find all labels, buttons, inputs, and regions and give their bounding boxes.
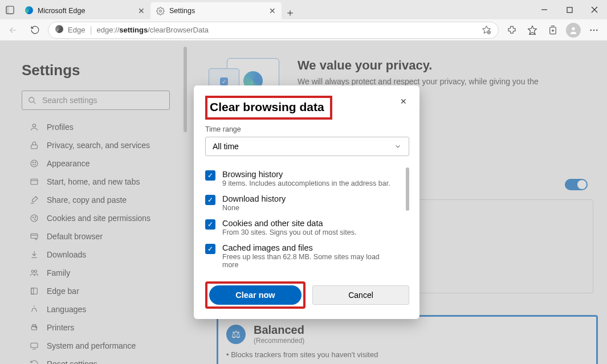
data-type-label: Cookies and other site data <box>222 219 357 228</box>
highlight-title: Clear browsing data <box>205 96 332 120</box>
data-type-row[interactable]: ✓ Download history None <box>205 191 397 215</box>
app-menu-icon[interactable] <box>0 6 19 14</box>
svg-rect-4 <box>567 7 572 13</box>
new-tab-button[interactable]: ＋ <box>282 6 299 19</box>
time-range-label: Time range <box>205 125 409 133</box>
data-type-list: ✓ Browsing history 9 items. Includes aut… <box>205 166 409 272</box>
data-type-row[interactable]: ✓ Cached images and files Frees up less … <box>205 240 397 272</box>
svg-point-17 <box>593 29 594 30</box>
close-icon[interactable]: ✕ <box>269 6 276 15</box>
edge-logo-icon <box>25 6 33 16</box>
svg-point-16 <box>590 29 592 30</box>
checkbox-checked-icon[interactable]: ✓ <box>205 244 215 254</box>
chevron-down-icon <box>394 142 402 150</box>
checkbox-checked-icon[interactable]: ✓ <box>205 219 215 230</box>
profile-avatar[interactable] <box>564 22 583 39</box>
more-menu-icon[interactable] <box>584 22 604 39</box>
tab-strip: Microsoft Edge ✕ Settings ✕ ＋ <box>19 0 299 19</box>
favorite-icon[interactable] <box>482 25 491 35</box>
data-type-sub: From 30 sites. Signs you out of most sit… <box>222 228 357 236</box>
minimize-button[interactable] <box>532 0 557 19</box>
address-prefix: Edge <box>68 26 85 34</box>
svg-point-15 <box>572 27 575 30</box>
titlebar: Microsoft Edge ✕ Settings ✕ ＋ <box>0 0 607 19</box>
checkbox-checked-icon[interactable]: ✓ <box>205 195 215 205</box>
extensions-icon[interactable] <box>502 22 522 39</box>
toolbar: Edge | edge://settings/clearBrowserData <box>0 19 607 41</box>
data-type-row[interactable]: ✓ Cookies and other site data From 30 si… <box>205 215 397 240</box>
svg-point-18 <box>596 29 597 30</box>
dialog-close-button[interactable]: ✕ <box>398 96 409 107</box>
maximize-button[interactable] <box>557 0 582 19</box>
edge-logo-icon <box>55 25 63 35</box>
data-type-label: Browsing history <box>222 170 390 179</box>
tab-edge[interactable]: Microsoft Edge ✕ <box>19 2 150 19</box>
cancel-button[interactable]: Cancel <box>312 285 409 305</box>
data-type-sub: 9 items. Includes autocompletions in the… <box>222 179 390 187</box>
highlight-primary: Clear now <box>205 281 305 309</box>
svg-rect-1 <box>6 6 9 13</box>
address-text: edge://settings/clearBrowserData <box>97 26 209 34</box>
address-bar[interactable]: Edge | edge://settings/clearBrowserData <box>48 22 499 39</box>
time-range-value: All time <box>213 142 239 151</box>
time-range-select[interactable]: All time <box>205 137 409 156</box>
clear-browsing-data-dialog: Clear browsing data ✕ Time range All tim… <box>194 85 419 319</box>
tab-label: Settings <box>169 7 195 15</box>
refresh-button[interactable] <box>25 22 44 39</box>
data-type-sub: Frees up less than 62.8 MB. Some sites m… <box>222 253 397 269</box>
favorites-icon[interactable] <box>523 22 542 39</box>
back-button[interactable] <box>3 22 23 39</box>
gear-icon <box>156 7 165 15</box>
window-controls <box>532 0 607 19</box>
data-type-label: Cached images and files <box>222 243 397 252</box>
data-type-sub: None <box>222 204 286 212</box>
tab-settings[interactable]: Settings ✕ <box>150 2 282 19</box>
clear-now-button[interactable]: Clear now <box>209 285 302 305</box>
svg-point-2 <box>160 10 162 12</box>
data-type-row[interactable]: ✓ Browsing history 9 items. Includes aut… <box>205 166 397 191</box>
close-window-button[interactable] <box>582 0 607 19</box>
scrollbar[interactable] <box>406 167 409 211</box>
data-type-label: Download history <box>222 194 286 203</box>
checkbox-checked-icon[interactable]: ✓ <box>205 170 215 181</box>
dialog-title: Clear browsing data <box>210 100 324 114</box>
tab-label: Microsoft Edge <box>38 7 85 15</box>
collections-icon[interactable] <box>543 22 563 39</box>
close-icon[interactable]: ✕ <box>138 6 145 15</box>
